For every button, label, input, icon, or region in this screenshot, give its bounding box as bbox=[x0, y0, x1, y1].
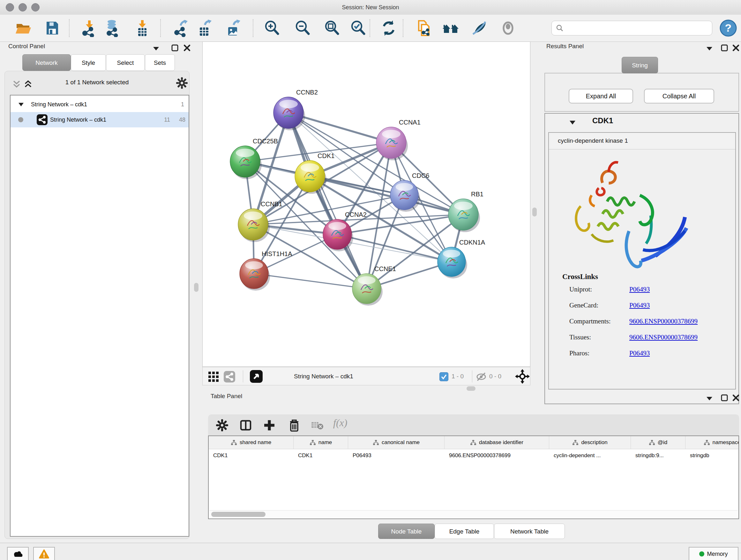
network-node-CDC6[interactable] bbox=[390, 180, 420, 212]
network-row-selected[interactable]: String Network – cdk1 11 48 bbox=[10, 112, 189, 127]
export-table-icon[interactable] bbox=[195, 18, 215, 38]
create-column-plus-icon[interactable] bbox=[263, 419, 276, 432]
home-networks-icon[interactable] bbox=[441, 18, 461, 38]
panel-menu-icon[interactable] bbox=[706, 46, 713, 51]
network-collection-row[interactable]: String Network – cdk1 1 bbox=[10, 97, 189, 112]
float-panel-icon[interactable] bbox=[721, 394, 728, 401]
import-network-icon[interactable] bbox=[79, 18, 99, 38]
help-icon[interactable]: ? bbox=[719, 18, 738, 38]
tab-sets[interactable]: Sets bbox=[145, 54, 175, 71]
network-node-CCNA2[interactable] bbox=[323, 219, 353, 251]
selected-indicator-checkbox[interactable] bbox=[440, 372, 448, 381]
crosslink-link[interactable]: 9606.ENSP00000378699 bbox=[629, 317, 697, 325]
close-panel-icon[interactable] bbox=[732, 394, 740, 401]
network-node-CDC25B[interactable] bbox=[230, 146, 262, 179]
table-cell[interactable]: 9606.ENSP00000378699 bbox=[445, 449, 549, 462]
crosslink-link[interactable]: P06493 bbox=[629, 349, 650, 357]
expand-all-button[interactable]: Expand All bbox=[569, 89, 633, 104]
toolbar-separator bbox=[160, 19, 161, 37]
tree-expand-icon[interactable] bbox=[18, 102, 24, 107]
hide-panel-eye-icon[interactable] bbox=[469, 18, 489, 38]
grid-view-icon[interactable] bbox=[208, 371, 219, 382]
table-options-gear-icon[interactable] bbox=[216, 419, 228, 432]
column-header-description[interactable]: description bbox=[549, 436, 631, 449]
tab-network[interactable]: Network bbox=[22, 54, 71, 71]
toolbar-separator bbox=[369, 19, 370, 37]
zoom-out-icon[interactable] bbox=[292, 18, 313, 38]
warnings-button[interactable] bbox=[33, 547, 55, 560]
tab-node-table[interactable]: Node Table bbox=[378, 523, 434, 539]
network-node-CDK1[interactable] bbox=[295, 161, 327, 194]
tab-select[interactable]: Select bbox=[106, 54, 145, 71]
search-input[interactable] bbox=[564, 24, 712, 32]
close-panel-icon[interactable] bbox=[732, 44, 740, 52]
save-session-icon[interactable] bbox=[42, 18, 63, 38]
float-panel-icon[interactable] bbox=[721, 44, 728, 52]
panel-menu-icon[interactable] bbox=[706, 396, 713, 401]
panel-menu-icon[interactable] bbox=[152, 46, 159, 51]
column-header-shared-name[interactable]: shared name bbox=[209, 436, 293, 449]
export-image-icon[interactable] bbox=[223, 18, 244, 38]
table-cell[interactable]: CDK1 bbox=[209, 449, 293, 462]
bottom-splitter-handle[interactable] bbox=[467, 386, 475, 391]
pan-crosshair-icon[interactable] bbox=[515, 369, 530, 384]
network-edge[interactable] bbox=[254, 273, 367, 289]
apply-layout-icon[interactable] bbox=[379, 18, 399, 38]
table-cell[interactable]: P06493 bbox=[348, 449, 445, 462]
network-node-HIST1H1A[interactable] bbox=[240, 259, 270, 291]
warning-icon bbox=[38, 549, 50, 559]
network-node-CDKN1A[interactable] bbox=[437, 247, 467, 278]
tab-string[interactable]: String bbox=[622, 57, 658, 73]
network-node-CCNA1[interactable] bbox=[376, 127, 408, 160]
collapse-all-button[interactable]: Collapse All bbox=[644, 89, 714, 104]
network-node-RB1[interactable] bbox=[448, 199, 480, 232]
network-canvas[interactable]: CCNB2CCNA1CDC25BCDK1CDC6RB1CCNB1CCNA2CDK… bbox=[202, 42, 530, 367]
crosslink-link[interactable]: P06493 bbox=[629, 286, 650, 294]
network-view-icon[interactable] bbox=[224, 371, 235, 382]
table-row[interactable]: CDK1CDK1P064939606.ENSP00000378699cyclin… bbox=[209, 449, 739, 462]
column-header--id[interactable]: @id bbox=[631, 436, 685, 449]
crosslink-label: Compartments: bbox=[569, 317, 629, 325]
show-eye-icon[interactable] bbox=[498, 18, 518, 38]
birds-eye-view-icon[interactable] bbox=[250, 370, 263, 383]
column-header-namespace[interactable]: namespace bbox=[685, 436, 739, 449]
show-columns-icon[interactable] bbox=[239, 419, 252, 432]
clone-network-icon[interactable] bbox=[414, 18, 434, 38]
float-panel-icon[interactable] bbox=[171, 44, 179, 52]
import-network-from-database-icon[interactable] bbox=[103, 18, 123, 38]
zoom-in-icon[interactable] bbox=[262, 18, 282, 38]
left-splitter-handle[interactable] bbox=[194, 283, 199, 292]
crosslink-link[interactable]: P06493 bbox=[629, 301, 650, 309]
network-view-toolbar: String Network – cdk1 1 - 0 0 - 0 bbox=[202, 367, 530, 385]
table-cell[interactable]: cyclin-dependent ... bbox=[549, 449, 631, 462]
zoom-fit-icon[interactable] bbox=[322, 18, 342, 38]
network-edge[interactable] bbox=[288, 113, 367, 289]
import-table-icon[interactable] bbox=[133, 18, 153, 38]
memory-button[interactable]: Memory bbox=[689, 547, 738, 560]
node-description: cyclin-dependent kinase 1 bbox=[558, 137, 628, 144]
delete-column-trash-icon[interactable] bbox=[288, 419, 300, 432]
horizontal-scrollbar[interactable] bbox=[209, 510, 738, 518]
crosslink-link[interactable]: 9606.ENSP00000378699 bbox=[629, 333, 697, 341]
tab-style[interactable]: Style bbox=[71, 54, 106, 71]
tab-network-table[interactable]: Network Table bbox=[494, 523, 565, 539]
close-panel-icon[interactable] bbox=[183, 44, 191, 52]
column-header-database-identifier[interactable]: database identifier bbox=[445, 436, 549, 449]
section-collapse-icon[interactable] bbox=[569, 120, 576, 125]
network-node-CCNE1[interactable] bbox=[352, 273, 383, 306]
right-splitter-handle[interactable] bbox=[532, 207, 537, 216]
table-cell[interactable]: CDK1 bbox=[293, 449, 348, 462]
column-header-label: namespace bbox=[713, 439, 739, 446]
network-options-gear-icon[interactable] bbox=[176, 77, 188, 89]
scrollbar-thumb[interactable] bbox=[211, 512, 266, 517]
tab-edge-table[interactable]: Edge Table bbox=[434, 523, 494, 539]
column-header-canonical-name[interactable]: canonical name bbox=[348, 436, 445, 449]
table-cell[interactable]: stringdb:9... bbox=[631, 449, 685, 462]
column-header-name[interactable]: name bbox=[293, 436, 348, 449]
cloud-icon bbox=[11, 549, 25, 559]
zoom-selected-icon[interactable] bbox=[348, 18, 368, 38]
open-session-icon[interactable] bbox=[13, 18, 33, 38]
table-cell[interactable]: stringdb bbox=[685, 449, 739, 462]
export-network-icon[interactable] bbox=[171, 18, 192, 38]
cloud-status-button[interactable] bbox=[7, 547, 29, 560]
